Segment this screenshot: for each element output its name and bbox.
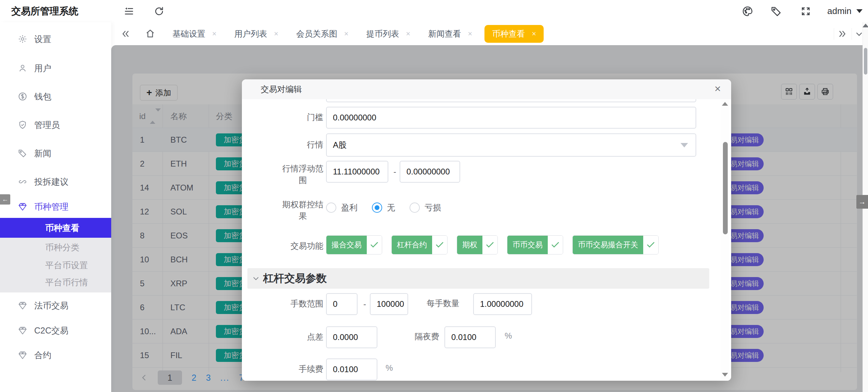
- radio-profit[interactable]: [326, 202, 336, 213]
- feature-toggle-options[interactable]: 期权: [457, 235, 498, 254]
- user-icon: [18, 63, 27, 73]
- sidebar-collapse-handle[interactable]: ←: [0, 194, 10, 205]
- spread-input[interactable]: 0.0000: [326, 326, 377, 348]
- close-icon[interactable]: ×: [344, 29, 349, 38]
- refresh-icon[interactable]: [154, 6, 164, 17]
- palette-icon[interactable]: [742, 5, 753, 17]
- sidebar-item-c2c-trade[interactable]: C2C交易: [0, 323, 111, 338]
- sidebar-subitem-coin-category[interactable]: 币种分类: [0, 242, 111, 253]
- sidebar-subitem-platform-coin-market[interactable]: 平台币行情: [0, 277, 111, 288]
- modal-header: 交易对编辑 ×: [242, 79, 731, 100]
- range-separator: -: [363, 299, 366, 309]
- option-control-radios: 盈利 无 亏损: [326, 197, 455, 218]
- divider: [834, 28, 834, 40]
- tab-news-view[interactable]: 新闻查看 ×: [419, 22, 481, 45]
- close-icon[interactable]: ×: [532, 29, 536, 38]
- sidebar-item-wallet[interactable]: 钱包: [0, 89, 111, 104]
- option-control-label: 期权群控结果: [282, 199, 323, 222]
- tab-basic-settings[interactable]: 基础设置 ×: [164, 22, 225, 45]
- modal-scrollbar-thumb[interactable]: [723, 142, 728, 234]
- close-icon[interactable]: ×: [274, 29, 278, 38]
- market-label: 行情: [282, 139, 323, 151]
- sidebar-item-admins[interactable]: 管理员: [0, 117, 111, 132]
- sidebar-item-settings[interactable]: 设置: [0, 31, 111, 47]
- feature-toggle-spot[interactable]: 币币交易: [507, 235, 563, 254]
- sidebar-item-contract[interactable]: 合约: [0, 348, 111, 363]
- threshold-input[interactable]: 0.00000000: [326, 107, 696, 129]
- fee-input[interactable]: 0.0100: [326, 358, 377, 380]
- sidebar-subitem-coin-view-active[interactable]: 币种查看: [0, 218, 111, 238]
- close-icon[interactable]: ×: [406, 29, 411, 38]
- app-title: 交易所管理系统: [11, 0, 78, 22]
- radio-loss[interactable]: [410, 202, 420, 213]
- trade-features-label: 交易功能: [282, 240, 323, 252]
- leverage-params-section-header[interactable]: 杠杆交易参数: [247, 268, 709, 289]
- screen: 交易所管理系统 admin 基础设置 ×: [0, 0, 868, 392]
- sidebar-item-coin-management[interactable]: 币种管理: [0, 199, 111, 214]
- caret-down-icon: [856, 9, 863, 13]
- feature-toggle-spot-matching-switch[interactable]: 币币交易撮合开关: [572, 235, 659, 254]
- top-header: 交易所管理系统 admin: [0, 0, 868, 22]
- tab-list: 基础设置 × 用户列表 × 会员关系图 × 提币列表 × 新闻查看 × 币种查看…: [164, 22, 547, 45]
- tab-coin-view-active[interactable]: 币种查看 ×: [484, 25, 544, 43]
- check-icon: [548, 236, 563, 254]
- market-select[interactable]: A股: [326, 133, 696, 157]
- close-icon[interactable]: ×: [468, 29, 472, 38]
- fullscreen-icon[interactable]: [801, 6, 811, 16]
- spread-label: 点差: [282, 331, 323, 343]
- close-icon[interactable]: ×: [212, 29, 217, 38]
- sidebar-subitem-platform-coin-settings[interactable]: 平台币设置: [0, 260, 111, 271]
- sidebar-item-suggestions[interactable]: 投拆建议: [0, 174, 111, 189]
- diamond-icon: [18, 326, 27, 335]
- modal-title: 交易对编辑: [261, 79, 302, 99]
- sidebar-item-news[interactable]: 新闻: [0, 146, 111, 161]
- check-icon: [643, 236, 658, 254]
- divider: [852, 28, 852, 40]
- home-icon[interactable]: [145, 28, 155, 39]
- feature-toggle-matching[interactable]: 撮合交易: [326, 235, 382, 254]
- sidebar-collapse-icon[interactable]: [123, 6, 135, 17]
- user-menu[interactable]: admin: [827, 0, 863, 22]
- tabs-scroll-right-icon[interactable]: [837, 29, 847, 39]
- page-scrollbar-thumb[interactable]: [864, 48, 867, 75]
- sidebar-item-users[interactable]: 用户: [0, 61, 111, 76]
- diamond-icon: [18, 202, 27, 211]
- float-range-label: 行情浮动范围: [282, 163, 323, 186]
- threshold-label: 门槛: [282, 112, 323, 123]
- tab-withdraw-list[interactable]: 提币列表 ×: [358, 22, 419, 45]
- caret-down-icon: [681, 143, 688, 147]
- gear-icon: [18, 34, 27, 44]
- radio-none-selected[interactable]: [372, 202, 382, 213]
- percent-unit: %: [505, 331, 512, 341]
- lots-range-from-input[interactable]: 0: [326, 293, 358, 315]
- feature-toggle-leverage[interactable]: 杠杆合约: [391, 235, 448, 254]
- diamond-icon: [18, 350, 27, 360]
- close-icon[interactable]: ×: [714, 82, 721, 95]
- scroll-up-icon[interactable]: [722, 102, 728, 106]
- tab-member-graph[interactable]: 会员关系图 ×: [287, 22, 358, 45]
- tab-bar: 基础设置 × 用户列表 × 会员关系图 × 提币列表 × 新闻查看 × 币种查看…: [0, 22, 868, 45]
- shield-icon: [18, 120, 27, 130]
- float-range-to-input[interactable]: 0.00000000: [400, 161, 460, 183]
- arrow-left-icon: ←: [2, 196, 9, 203]
- tag-icon[interactable]: [770, 5, 782, 17]
- overnight-fee-label: 隔夜费: [415, 331, 439, 342]
- scroll-down-icon[interactable]: [722, 373, 728, 377]
- percent-unit: %: [386, 363, 393, 373]
- per-lot-input[interactable]: 1.00000000: [473, 293, 532, 315]
- link-icon: [18, 177, 27, 186]
- overnight-fee-input[interactable]: 0.0100: [444, 326, 496, 348]
- panel-expand-handle[interactable]: →: [856, 195, 868, 209]
- pair-edit-modal: 交易对编辑 × 门槛 0.00000000 行情 A股 行情浮动范围 11.11…: [242, 79, 731, 381]
- scroll-up-icon[interactable]: [863, 24, 868, 27]
- lots-range-to-input[interactable]: 100000: [370, 293, 408, 315]
- coin-management-submenu: 币种查看 币种分类 平台币设置 平台币行情: [0, 218, 111, 292]
- per-lot-label: 每手数量: [427, 298, 459, 309]
- sidebar-item-fiat-trade[interactable]: 法币交易: [0, 298, 111, 313]
- clipped-input[interactable]: [326, 99, 696, 102]
- float-range-from-input[interactable]: 11.11000000: [326, 161, 388, 183]
- wallet-icon: [18, 92, 27, 101]
- range-separator: -: [393, 167, 396, 177]
- tab-user-list[interactable]: 用户列表 ×: [225, 22, 287, 45]
- tabs-scroll-left-icon[interactable]: [120, 29, 131, 39]
